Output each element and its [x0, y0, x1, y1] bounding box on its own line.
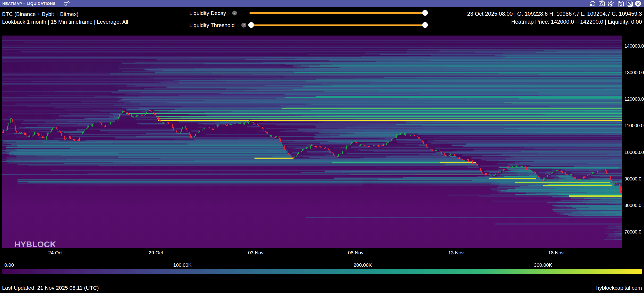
svg-text:HYBLOCK: HYBLOCK	[14, 240, 56, 248]
